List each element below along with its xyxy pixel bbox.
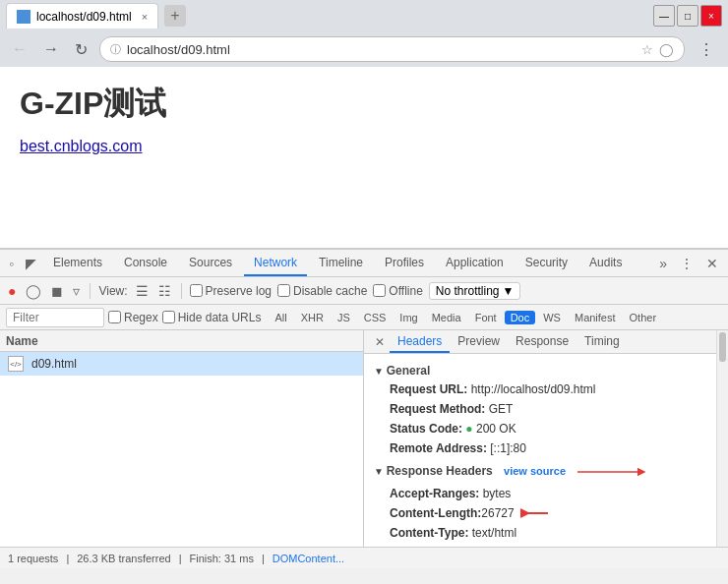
tab-console[interactable]: Console xyxy=(114,250,177,276)
filter-input[interactable] xyxy=(6,308,104,327)
url-text: localhost/d09.html xyxy=(127,42,636,57)
tab-elements[interactable]: Elements xyxy=(43,250,112,276)
status-code-row: Status Code: ● 200 OK xyxy=(374,419,706,438)
accept-ranges-val: bytes xyxy=(483,487,512,500)
hide-data-urls-input[interactable] xyxy=(162,311,175,323)
content-length-key: Content-Length: xyxy=(390,504,481,522)
more-tabs-icon[interactable]: » xyxy=(653,254,673,273)
page-link[interactable]: best.cnblogs.com xyxy=(20,138,143,154)
headers-with-scroll: ✕ Headers Preview Response Timing Genera… xyxy=(364,330,728,547)
filter-xhr[interactable]: XHR xyxy=(295,311,330,324)
filter-media[interactable]: Media xyxy=(426,311,467,324)
minimize-button[interactable]: — xyxy=(653,5,675,27)
tab-security[interactable]: Security xyxy=(516,250,577,276)
transferred-size: 26.3 KB transferred xyxy=(77,553,170,564)
panel-close-icon[interactable]: ✕ xyxy=(370,333,390,351)
profile-icon[interactable]: ◯ xyxy=(659,42,674,57)
offline-checkbox[interactable]: Offline xyxy=(373,284,422,298)
url-bar[interactable]: ⓘ localhost/d09.html ☆ ◯ xyxy=(99,36,685,62)
status-code-key: Status Code: xyxy=(390,422,462,436)
browser-tab[interactable]: localhost/d09.html × xyxy=(6,3,158,29)
view-source-link[interactable]: view source xyxy=(504,465,566,477)
panel-tab-headers[interactable]: Headers xyxy=(390,331,450,353)
menu-button[interactable]: ⋮ xyxy=(693,38,720,61)
maximize-button[interactable]: □ xyxy=(677,5,698,27)
tab-title: localhost/d09.html xyxy=(36,10,132,24)
disable-cache-input[interactable] xyxy=(277,284,290,297)
filter-other[interactable]: Other xyxy=(624,311,663,324)
hide-data-urls-checkbox[interactable]: Hide data URLs xyxy=(162,311,262,324)
content-type-key: Content-Type: xyxy=(390,526,472,540)
camera-icon[interactable]: ◼ xyxy=(49,281,65,301)
inspect-element-icon[interactable]: ◦ xyxy=(4,254,19,273)
tab-timeline[interactable]: Timeline xyxy=(309,250,373,276)
request-url-row: Request URL: http://localhost/d09.html xyxy=(374,380,706,399)
filter-font[interactable]: Font xyxy=(469,311,503,324)
throttling-chevron-icon: ▼ xyxy=(503,284,515,298)
browser-chrome: localhost/d09.html × + — □ × ← → ↻ ⓘ loc… xyxy=(0,0,728,568)
dom-content-link[interactable]: DOMContent... xyxy=(273,553,344,564)
new-tab-button[interactable]: + xyxy=(164,5,185,27)
remote-address-key: Remote Address: xyxy=(390,441,487,455)
device-toolbar-icon[interactable]: ◤ xyxy=(21,254,41,273)
filter-all[interactable]: All xyxy=(269,311,292,324)
network-toolbar: ● ◯ ◼ ▿ View: ☰ ☷ Preserve log Disable c… xyxy=(0,277,728,305)
preserve-log-checkbox[interactable]: Preserve log xyxy=(190,284,272,298)
back-button[interactable]: ← xyxy=(8,38,31,60)
close-button[interactable]: × xyxy=(700,5,722,27)
devtools-settings-icon[interactable]: ⋮ xyxy=(675,254,698,273)
list-item[interactable]: </> d09.html xyxy=(0,352,363,376)
panel-tab-timing[interactable]: Timing xyxy=(576,331,628,353)
filter-manifest[interactable]: Manifest xyxy=(569,311,622,324)
filter-icon[interactable]: ▿ xyxy=(71,281,82,301)
throttling-select[interactable]: No throttling ▼ xyxy=(429,282,521,300)
tab-network[interactable]: Network xyxy=(244,250,307,276)
clear-icon[interactable]: ◯ xyxy=(24,281,43,301)
disable-cache-checkbox[interactable]: Disable cache xyxy=(277,284,367,298)
url-action-icons: ☆ ◯ xyxy=(641,42,674,57)
arrow-annotation xyxy=(573,462,651,482)
requests-count: 1 requests xyxy=(8,553,58,564)
filter-type-buttons: All XHR JS CSS Img Media Font Doc WS Man… xyxy=(269,311,662,324)
page-content: G-ZIP测试 best.cnblogs.com xyxy=(0,67,728,249)
hide-data-urls-label: Hide data URLs xyxy=(178,311,262,324)
offline-input[interactable] xyxy=(373,284,386,297)
scrollbar[interactable] xyxy=(716,330,728,547)
status-dot: ● xyxy=(465,422,472,436)
filter-img[interactable]: Img xyxy=(394,311,423,324)
separator-dot: | xyxy=(66,553,69,564)
filter-js[interactable]: JS xyxy=(332,311,356,324)
tab-audits[interactable]: Audits xyxy=(579,250,632,276)
tab-favicon xyxy=(17,10,30,24)
lock-icon: ⓘ xyxy=(110,42,121,57)
filter-doc[interactable]: Doc xyxy=(505,311,536,324)
tab-sources[interactable]: Sources xyxy=(179,250,242,276)
record-icon[interactable]: ● xyxy=(6,281,18,301)
preserve-log-input[interactable] xyxy=(190,284,203,297)
accept-ranges-row: Accept-Ranges: bytes xyxy=(374,484,706,503)
forward-button[interactable]: → xyxy=(39,38,63,60)
address-bar: ← → ↻ ⓘ localhost/d09.html ☆ ◯ ⋮ xyxy=(0,31,728,67)
list-view-icon[interactable]: ☰ xyxy=(134,281,151,301)
headers-content: General Request URL: http://localhost/d0… xyxy=(364,354,716,547)
file-list-header: Name xyxy=(0,330,363,352)
devtools-close-icon[interactable]: ✕ xyxy=(700,254,724,273)
tab-application[interactable]: Application xyxy=(436,250,514,276)
panel-tab-response[interactable]: Response xyxy=(508,331,576,353)
red-arrow-indicator xyxy=(520,506,550,520)
regex-input[interactable] xyxy=(108,311,121,323)
panel-tab-preview[interactable]: Preview xyxy=(450,331,508,353)
bookmark-icon[interactable]: ☆ xyxy=(641,42,653,57)
devtools-main-panel: Name </> d09.html ✕ Headers Preview xyxy=(0,330,728,547)
tab-profiles[interactable]: Profiles xyxy=(375,250,434,276)
tab-close-button[interactable]: × xyxy=(142,11,148,23)
filter-css[interactable]: CSS xyxy=(358,311,393,324)
reload-button[interactable]: ↻ xyxy=(71,38,91,61)
remote-address-val: [::1]:80 xyxy=(490,441,526,455)
separator-2 xyxy=(181,283,182,299)
filter-ws[interactable]: WS xyxy=(537,311,567,324)
request-method-key: Request Method: xyxy=(390,402,485,416)
grid-view-icon[interactable]: ☷ xyxy=(156,281,173,301)
regex-checkbox[interactable]: Regex xyxy=(108,311,158,324)
scroll-thumb[interactable] xyxy=(719,332,726,362)
